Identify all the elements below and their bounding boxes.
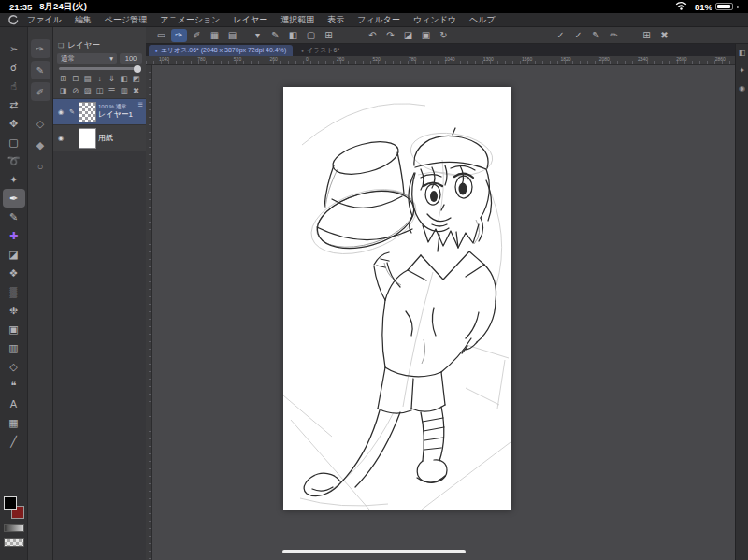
trash-icon[interactable]: ✖ (656, 29, 672, 42)
layer-name[interactable]: レイヤー1 (98, 110, 137, 120)
text-tool[interactable]: A (3, 395, 25, 413)
blend-mode-select[interactable]: 通常 ▾ (57, 53, 117, 64)
mode-dropdown-icon[interactable]: ▾ (250, 29, 266, 42)
home-indicator[interactable] (282, 550, 466, 553)
pencil-tool[interactable]: ✎ (3, 208, 25, 226)
snap-check-icon-2[interactable]: ✓ (570, 29, 586, 42)
enable-mask-icon[interactable]: ◫ (94, 86, 105, 95)
visibility-eye-icon[interactable]: ◉ (56, 108, 65, 116)
transfer-down-icon[interactable]: ↓ (94, 74, 105, 83)
correct-line-icon-2[interactable]: ✏ (606, 29, 622, 42)
tool-property-palette-button[interactable]: ✎ (31, 61, 50, 79)
selection-tool[interactable]: ▢ (3, 133, 25, 151)
blend-tool[interactable]: ❖ (3, 264, 25, 282)
subtool-palette-button[interactable]: ✑ (31, 39, 50, 58)
menu-edit[interactable]: 編集 (68, 14, 98, 26)
layer-palette: ❏ レイヤー 通常 ▾ 100 ⊞ ⊡ ▤ ↓ ⇓ ◧ (53, 27, 146, 560)
auto-select-tool[interactable]: ✦ (3, 170, 25, 189)
fill-tool[interactable]: ▣ (3, 320, 25, 338)
menu-animation[interactable]: アニメーション (153, 14, 226, 26)
tone-mode-icon[interactable]: ▦ (207, 29, 223, 42)
clear-icon[interactable]: ◪ (400, 29, 416, 42)
draw-mode-icon[interactable]: ✎ (267, 29, 283, 42)
quick-access-icon[interactable]: ✦ (737, 66, 748, 75)
opacity-value-box[interactable]: 100 (120, 53, 142, 64)
figure-tool[interactable]: ◇ (3, 357, 25, 376)
operation-tool[interactable]: ➢ (3, 39, 25, 58)
main-color-swatch[interactable] (4, 496, 17, 510)
new-raster-layer-icon[interactable]: ⊞ (58, 74, 68, 83)
gradient-color-bar[interactable] (4, 524, 24, 532)
airbrush-tool[interactable]: ▒ (3, 282, 25, 301)
transparent-color-swatch[interactable] (4, 538, 24, 547)
navigator-palette-button[interactable]: ◇ (31, 114, 50, 133)
menu-layer[interactable]: レイヤー (227, 14, 275, 26)
decoration-tool[interactable]: ❉ (3, 301, 25, 320)
ruler-icon[interactable]: ☰ (107, 86, 117, 95)
opacity-slider-knob[interactable] (134, 65, 141, 73)
clip-studio-logo-icon[interactable] (6, 14, 21, 25)
two-pane-icon[interactable]: ▥ (119, 86, 129, 95)
line-correction-tool[interactable]: ╱ (3, 432, 25, 451)
menu-view[interactable]: 表示 (321, 14, 351, 26)
layer-row-paper[interactable]: ◉ 用紙 (53, 125, 146, 151)
color-wheel-icon[interactable]: ◉ (737, 84, 748, 93)
hide-palette-dock-icon[interactable]: ◧ (737, 49, 748, 57)
frame-mode-icon[interactable]: ▢ (303, 29, 319, 42)
ipad-status-bar: 21:35 8月24日(火) 81% (0, 0, 748, 13)
brush-mode-icon[interactable]: ✐ (189, 29, 205, 42)
deselect-icon[interactable]: ▣ (418, 29, 434, 42)
zoom-tool[interactable]: ☌ (3, 58, 25, 77)
lasso-tool[interactable]: ➰ (3, 151, 25, 170)
grid-mode-icon[interactable]: ⊞ (321, 29, 337, 42)
fill-mode-icon[interactable]: ◧ (285, 29, 301, 42)
delete-layer-icon[interactable]: ✖ (131, 86, 141, 95)
drawing-canvas[interactable] (283, 87, 511, 510)
layer-menu-icon[interactable]: ☰ (138, 101, 143, 108)
correct-line-icon-1[interactable]: ✎ (588, 29, 604, 42)
balloon-tool[interactable]: ❝ (3, 376, 25, 395)
reset-rotation-icon[interactable]: ↻ (436, 29, 452, 42)
visibility-eye-icon[interactable]: ◉ (56, 135, 65, 142)
paper-thumbnail[interactable] (79, 128, 96, 149)
brush-size-palette-button[interactable]: ✐ (31, 82, 50, 101)
add-layer-icon[interactable]: ⊞ (639, 29, 654, 42)
menu-window[interactable]: ウィンドウ (407, 14, 463, 26)
lock-transparency-icon[interactable]: ▨ (82, 86, 93, 95)
layer-thumbnail[interactable] (79, 102, 96, 122)
gradient-tool[interactable]: ▥ (3, 338, 25, 357)
move-layer-tool[interactable]: ✥ (3, 114, 25, 133)
eraser-tool[interactable]: ◪ (3, 245, 25, 264)
pen-mode-icon[interactable]: ✑ (171, 29, 187, 42)
history-palette-button[interactable]: ○ (31, 157, 50, 176)
frame-border-tool[interactable]: ▦ (3, 413, 25, 432)
layer-name[interactable]: 用紙 (98, 134, 143, 143)
tab-document-illust6[interactable]: ● イラスト6* (295, 45, 346, 56)
menu-file[interactable]: ファイル (21, 14, 68, 26)
hand-tool[interactable]: ☝ (3, 77, 25, 95)
clip-below-icon[interactable]: ◨ (58, 86, 68, 95)
menu-help[interactable]: ヘルプ (463, 14, 502, 26)
new-folder-icon[interactable]: ▤ (82, 74, 93, 83)
material-mode-icon[interactable]: ▤ (224, 29, 240, 42)
opacity-slider[interactable] (59, 67, 140, 70)
material-palette-button[interactable]: ◆ (31, 136, 50, 154)
new-vector-layer-icon[interactable]: ⊡ (70, 74, 80, 83)
create-mask-icon[interactable]: ◧ (119, 74, 129, 83)
redo-icon[interactable]: ↷ (382, 29, 398, 42)
merge-down-icon[interactable]: ⇓ (107, 74, 117, 83)
canvas-workspace[interactable] (146, 65, 735, 560)
window-icon[interactable]: ▭ (153, 29, 169, 42)
snap-check-icon-1[interactable]: ✓ (553, 29, 568, 42)
flip-tool[interactable]: ⇄ (3, 95, 25, 114)
menu-filter[interactable]: フィルター (351, 14, 407, 26)
menu-selection[interactable]: 選択範囲 (274, 14, 321, 26)
menu-page-manage[interactable]: ページ管理 (98, 14, 153, 26)
layer-row-layer1[interactable]: ◉ ✎ 100 % 通常 レイヤー1 ☰ (53, 99, 146, 125)
quick-access-tool[interactable]: ✚ (3, 226, 25, 245)
pen-tool[interactable]: ✒ (3, 189, 25, 208)
layer-color-icon[interactable]: ◩ (131, 74, 141, 83)
lock-layer-icon[interactable]: ⊘ (70, 86, 80, 95)
tab-document-erios06[interactable]: ● エリオス.06* (2048 x 3870px 72dpi 40.4%) (149, 45, 293, 56)
undo-icon[interactable]: ↶ (365, 29, 381, 42)
